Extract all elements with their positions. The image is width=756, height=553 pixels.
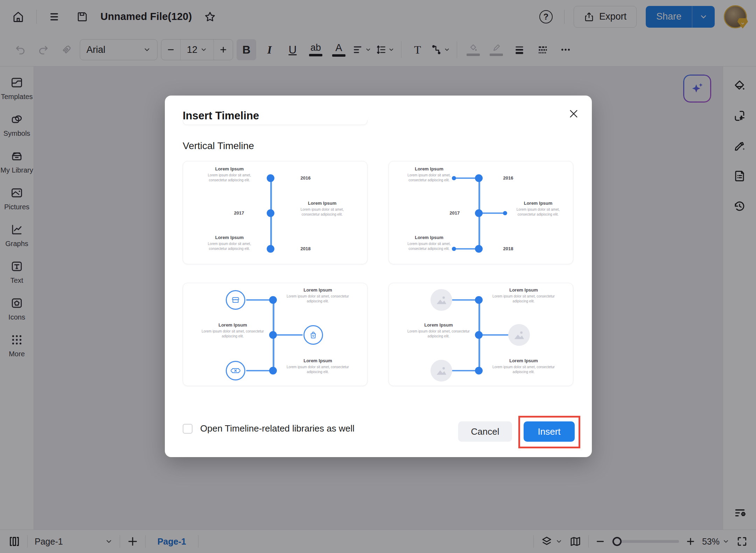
app-window: Unnamed File(120) ? Export Share: [0, 0, 756, 553]
timeline-entry: Lorem Ipsum Lorem ipsum dolor sit amet, …: [492, 287, 555, 304]
timeline-entry: Lorem Ipsum Lorem ipsum dolor sit amet, …: [401, 235, 457, 251]
ticket-icon: [231, 366, 240, 376]
timeline-year: 2017: [441, 210, 469, 216]
timeline-dot: [475, 209, 483, 217]
branch-line: [246, 299, 271, 301]
timeline-year: 2016: [290, 175, 321, 181]
insert-timeline-dialog: Insert Timeline Vertical Timeline Lorem …: [165, 96, 592, 457]
branch-dot: [503, 211, 507, 215]
close-icon: [568, 108, 579, 119]
image-placeholder-icon: [434, 364, 448, 378]
timeline-template-1[interactable]: Lorem Ipsum Lorem ipsum dolor sit amet, …: [183, 161, 368, 264]
timeline-entry: Lorem Ipsum Lorem ipsum dolor sit amet, …: [509, 201, 567, 217]
timeline-year: 2016: [492, 175, 524, 181]
branch-line: [451, 299, 477, 301]
timeline-entry: Lorem Ipsum Lorem ipsum dolor sit amet, …: [286, 358, 349, 374]
branch-line: [451, 370, 477, 371]
timeline-dot: [475, 296, 483, 304]
timeline-entry: Lorem Ipsum Lorem ipsum dolor sit amet, …: [407, 322, 470, 339]
timeline-dot: [269, 296, 277, 304]
timeline-dot: [475, 331, 483, 339]
template-grid: Lorem Ipsum Lorem ipsum dolor sit amet, …: [183, 161, 573, 386]
section-label: Vertical Timeline: [183, 140, 254, 152]
milestone-icon-circle: [226, 361, 245, 380]
branch-line: [480, 212, 504, 214]
timeline-template-3[interactable]: Lorem Ipsum Lorem ipsum dolor sit amet, …: [183, 283, 368, 386]
scrolled-card-edge: [183, 120, 368, 125]
timeline-entry: Lorem Ipsum Lorem ipsum dolor sit amet, …: [201, 166, 258, 183]
timeline-entry: Lorem Ipsum Lorem ipsum dolor sit amet, …: [201, 322, 264, 339]
timeline-template-2[interactable]: Lorem Ipsum Lorem ipsum dolor sit amet, …: [388, 161, 573, 264]
image-placeholder-icon: [434, 293, 448, 307]
timeline-dot: [475, 245, 483, 253]
open-libraries-option[interactable]: Open Timeline-related libraries as well: [183, 423, 355, 434]
timeline-dot: [269, 331, 277, 339]
cancel-button[interactable]: Cancel: [458, 421, 512, 442]
timeline-dot: [475, 174, 483, 182]
branch-line: [482, 334, 509, 336]
shopping-bag-icon: [308, 330, 318, 340]
timeline-entry: Lorem Ipsum Lorem ipsum dolor sit amet, …: [201, 235, 258, 251]
timeline-entry: Lorem Ipsum Lorem ipsum dolor sit amet, …: [293, 201, 351, 217]
branch-line: [246, 370, 271, 371]
open-libraries-checkbox[interactable]: [183, 424, 192, 434]
image-placeholder: [430, 289, 452, 311]
timeline-entry: Lorem Ipsum Lorem ipsum dolor sit amet, …: [286, 287, 349, 304]
checkbox-label: Open Timeline-related libraries as well: [200, 423, 355, 434]
timeline-dot: [267, 174, 274, 182]
image-placeholder-icon: [512, 328, 526, 342]
image-placeholder: [430, 360, 452, 382]
timeline-entry: Lorem Ipsum Lorem ipsum dolor sit amet, …: [492, 358, 555, 374]
timeline-entry: Lorem Ipsum Lorem ipsum dolor sit amet, …: [401, 166, 457, 183]
timeline-dot: [267, 245, 274, 253]
image-placeholder: [508, 324, 530, 346]
timeline-year: 2018: [290, 246, 321, 251]
milestone-icon-circle: [303, 325, 323, 345]
milestone-icon-circle: [226, 290, 245, 310]
timeline-year: 2018: [492, 246, 524, 251]
timeline-template-4[interactable]: Lorem Ipsum Lorem ipsum dolor sit amet, …: [388, 283, 573, 386]
insert-button[interactable]: Insert: [524, 421, 575, 442]
dialog-close-button[interactable]: [568, 108, 579, 119]
timeline-dot: [475, 367, 483, 374]
storefront-icon: [231, 295, 240, 305]
branch-line: [276, 334, 303, 336]
timeline-dot: [267, 209, 274, 217]
timeline-year: 2017: [223, 210, 255, 216]
timeline-dot: [269, 367, 277, 374]
